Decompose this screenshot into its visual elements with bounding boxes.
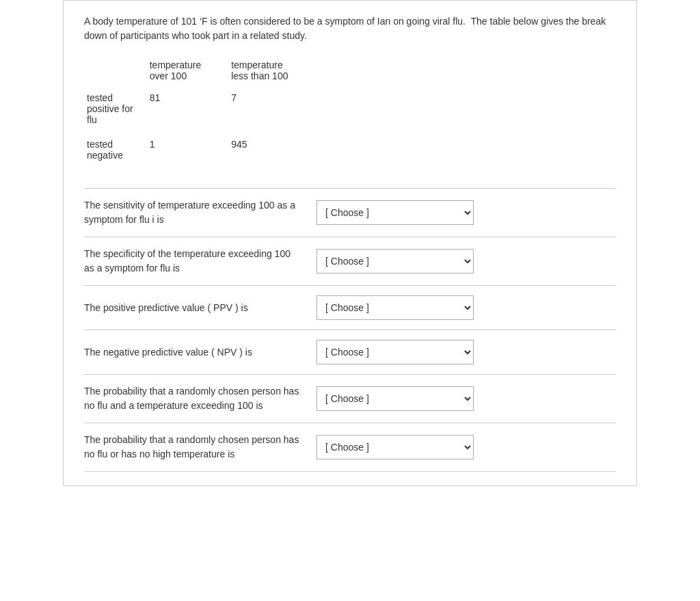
- col1-header: temperature over 100: [147, 57, 228, 85]
- question-label-5: The probability that a randomly chosen p…: [84, 384, 317, 413]
- row2-col2-value: 945: [228, 132, 315, 168]
- question-row-3: The positive predictive value ( PPV ) is…: [84, 285, 616, 330]
- question-row-5: The probability that a randomly chosen p…: [84, 374, 616, 423]
- intro-paragraph: A body temperature of 101 ‘F is often co…: [84, 14, 616, 43]
- question-select-3[interactable]: [ Choose ]: [317, 295, 474, 320]
- question-row-6: The probability that a randomly chosen p…: [84, 423, 616, 472]
- question-select-1[interactable]: [ Choose ]: [317, 200, 474, 225]
- question-select-5[interactable]: [ Choose ]: [317, 386, 474, 411]
- row1-col2-value: 7: [228, 85, 315, 132]
- question-row-4: The negative predictive value ( NPV ) is…: [84, 330, 616, 374]
- question-label-3: The positive predictive value ( PPV ) is: [84, 301, 317, 315]
- question-select-2[interactable]: [ Choose ]: [317, 249, 474, 273]
- question-row-2: The specificity of the temperature excee…: [84, 237, 616, 285]
- question-select-4[interactable]: [ Choose ]: [317, 340, 474, 364]
- row1-col1-value: 81: [147, 85, 228, 132]
- data-table: temperature over 100 temperature less th…: [84, 57, 315, 168]
- col2-header: temperature less than 100: [228, 57, 315, 85]
- empty-header: [84, 57, 147, 85]
- table-row: tested negative 1 945: [84, 132, 315, 168]
- table-row: tested positive for flu 81 7: [84, 85, 315, 132]
- question-label-6: The probability that a randomly chosen p…: [84, 433, 317, 462]
- question-row-1: The sensitivity of temperature exceeding…: [84, 188, 616, 237]
- question-label-2: The specificity of the temperature excee…: [84, 247, 317, 276]
- main-container: A body temperature of 101 ‘F is often co…: [63, 0, 637, 486]
- question-select-6[interactable]: [ Choose ]: [317, 435, 474, 459]
- row2-label: tested negative: [84, 132, 147, 168]
- question-label-1: The sensitivity of temperature exceeding…: [84, 198, 317, 227]
- question-label-4: The negative predictive value ( NPV ) is: [84, 345, 317, 360]
- questions-section: The sensitivity of temperature exceeding…: [84, 188, 616, 472]
- row2-col1-value: 1: [147, 132, 228, 168]
- row1-label: tested positive for flu: [84, 85, 147, 132]
